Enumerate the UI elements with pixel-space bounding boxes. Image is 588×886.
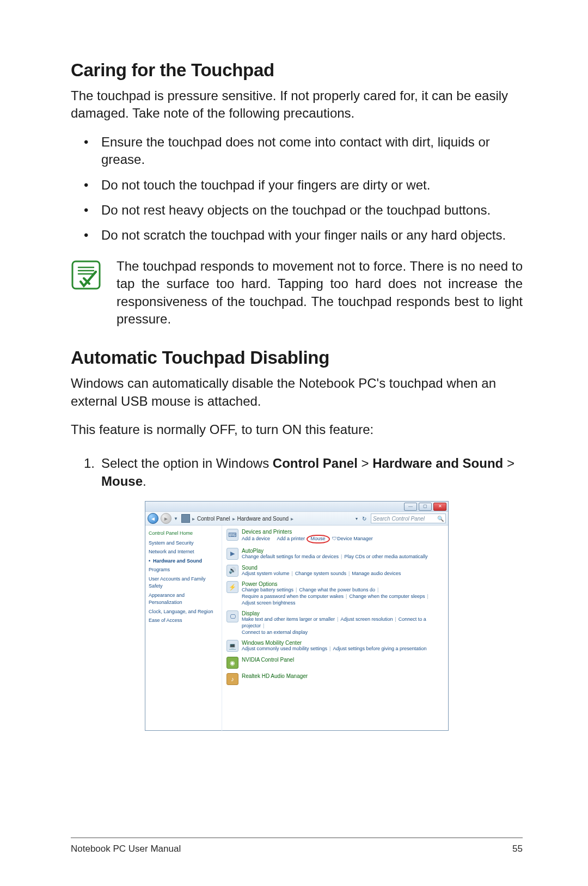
link-mobility-settings[interactable]: Adjust commonly used mobility settings	[242, 646, 327, 651]
sidebar-item-user-accounts[interactable]: User Accounts and Family Safety	[149, 576, 218, 590]
link-device-manager[interactable]: Device Manager	[337, 536, 373, 541]
sidebar-item-ease-of-access[interactable]: Ease of Access	[149, 617, 218, 625]
auto-disable-p2: This feature is normally OFF, to turn ON…	[71, 421, 523, 438]
footer-rule	[71, 838, 523, 838]
link-play-media[interactable]: Play CDs or other media automatically	[344, 554, 427, 559]
power-title[interactable]: Power Options	[242, 581, 444, 587]
shield-icon: 🛡	[332, 536, 337, 541]
note-text: The touchpad responds to movement not to…	[117, 258, 523, 328]
window-maximize-button[interactable]: ▢	[419, 503, 432, 511]
category-display: 🖵 Display Make text and other items larg…	[226, 610, 444, 636]
precautions-list: Ensure the touchpad does not come into c…	[71, 133, 523, 245]
link-adjust-volume[interactable]: Adjust system volume	[242, 571, 290, 576]
nav-back-button[interactable]: ◄	[148, 513, 158, 524]
sidebar-item-hardware-sound[interactable]: Hardware and Sound	[149, 558, 218, 565]
nvidia-title[interactable]: NVIDIA Control Panel	[242, 657, 444, 663]
link-autoplay-defaults[interactable]: Change default settings for media or dev…	[242, 554, 339, 559]
search-icon: 🔍	[437, 516, 444, 522]
link-battery-settings[interactable]: Change battery settings	[242, 587, 293, 592]
control-panel-screenshot: — ▢ ✕ ◄ ► ▼ ▸ Control Panel ▸ Hardware a…	[145, 501, 449, 731]
sidebar-item-programs[interactable]: Programs	[149, 566, 218, 574]
link-sleep-settings[interactable]: Change when the computer sleeps	[349, 594, 425, 599]
crumb-sep: ▸	[192, 516, 195, 522]
sidebar-home[interactable]: Control Panel Home	[149, 530, 218, 537]
category-nvidia: ◉ NVIDIA Control Panel	[226, 657, 444, 669]
precaution-item: Do not touch the touchpad if your finger…	[84, 176, 523, 194]
link-text-size[interactable]: Make text and other items larger or smal…	[242, 616, 335, 622]
refresh-button[interactable]: ↻	[360, 516, 369, 522]
step-control-panel: Control Panel	[273, 456, 358, 471]
sound-icon: 🔊	[226, 565, 238, 577]
category-autoplay: ▶ AutoPlay Change default settings for m…	[226, 548, 444, 560]
mobility-title[interactable]: Windows Mobility Center	[242, 640, 444, 646]
auto-disable-p1: Windows can automatically disable the No…	[71, 375, 523, 410]
link-external-display[interactable]: Connect to an external display	[242, 630, 308, 635]
note-icon	[71, 258, 101, 292]
sound-title[interactable]: Sound	[242, 565, 444, 571]
mobility-icon: 💻	[226, 640, 238, 652]
category-mobility: 💻 Windows Mobility Center Adjust commonl…	[226, 640, 444, 652]
category-devices-printers: ⌨ Devices and Printers Add a device Add …	[226, 529, 444, 543]
breadcrumb-root[interactable]: Control Panel	[197, 516, 230, 522]
precaution-item: Do not scratch the touchpad with your fi…	[84, 227, 523, 244]
address-dropdown[interactable]: ▾	[356, 516, 358, 521]
power-icon: ⚡	[226, 581, 238, 593]
nav-forward-button[interactable]: ►	[161, 513, 171, 524]
step-mouse: Mouse	[101, 474, 143, 488]
sidebar: Control Panel Home System and Security N…	[145, 526, 222, 731]
link-brightness[interactable]: Adjust screen brightness	[242, 600, 296, 606]
search-box[interactable]: Search Control Panel 🔍	[371, 514, 446, 523]
note-block: The touchpad responds to movement not to…	[71, 258, 523, 328]
category-power: ⚡ Power Options Change battery settings|…	[226, 581, 444, 606]
step-number: 1.	[84, 455, 95, 472]
display-icon: 🖵	[226, 610, 238, 622]
link-add-device[interactable]: Add a device	[242, 536, 270, 541]
sidebar-item-network[interactable]: Network and Internet	[149, 548, 218, 556]
main-panel: ⌨ Devices and Printers Add a device Add …	[222, 526, 448, 731]
link-presentation-settings[interactable]: Adjust settings before giving a presenta…	[333, 646, 426, 651]
address-icon	[181, 514, 190, 523]
step-1: 1. Select the option in Windows Control …	[84, 455, 523, 490]
autoplay-icon: ▶	[226, 548, 238, 560]
sidebar-item-clock-language[interactable]: Clock, Language, and Region	[149, 608, 218, 616]
window-close-button[interactable]: ✕	[433, 503, 446, 511]
step-list: 1. Select the option in Windows Control …	[71, 455, 523, 490]
autoplay-title[interactable]: AutoPlay	[242, 548, 444, 554]
step-hw-sound: Hardware and Sound	[372, 456, 503, 471]
window-titlebar: — ▢ ✕	[145, 502, 448, 512]
heading-auto-disable: Automatic Touchpad Disabling	[71, 347, 523, 368]
nvidia-icon: ◉	[226, 657, 238, 669]
document-page: Caring for the Touchpad The touchpad is …	[0, 0, 588, 886]
precaution-item: Ensure the touchpad does not come into c…	[84, 133, 523, 169]
category-realtek: ♪ Realtek HD Audio Manager	[226, 673, 444, 685]
intro-paragraph: The touchpad is pressure sensitive. If n…	[71, 87, 523, 123]
step-gt: >	[358, 456, 372, 471]
step-lead: Select the option in Windows	[101, 456, 273, 471]
mouse-highlight-circle: Mouse	[307, 535, 330, 543]
crumb-sep: ▸	[291, 516, 293, 522]
devices-title[interactable]: Devices and Printers	[242, 529, 444, 535]
devices-icon: ⌨	[226, 529, 238, 541]
link-add-printer[interactable]: Add a printer	[277, 536, 305, 541]
realtek-title[interactable]: Realtek HD Audio Manager	[242, 673, 444, 679]
link-power-buttons[interactable]: Change what the power buttons do	[299, 587, 375, 592]
link-mouse[interactable]: Mouse	[311, 536, 326, 541]
category-sound: 🔊 Sound Adjust system volume|Change syst…	[226, 565, 444, 577]
link-audio-devices[interactable]: Manage audio devices	[352, 571, 401, 576]
footer-left: Notebook PC User Manual	[71, 844, 181, 854]
display-title[interactable]: Display	[242, 610, 444, 616]
breadcrumb-sub[interactable]: Hardware and Sound	[237, 516, 289, 522]
precaution-item: Do not rest heavy objects on the touchpa…	[84, 201, 523, 219]
realtek-icon: ♪	[226, 673, 238, 685]
heading-caring: Caring for the Touchpad	[71, 60, 523, 81]
nav-history-dropdown[interactable]: ▼	[174, 516, 178, 521]
sidebar-item-appearance[interactable]: Appearance and Personalization	[149, 592, 218, 607]
toolbar: ◄ ► ▼ ▸ Control Panel ▸ Hardware and Sou…	[145, 512, 448, 526]
sidebar-item-system-security[interactable]: System and Security	[149, 540, 218, 547]
page-number: 55	[512, 844, 523, 854]
window-minimize-button[interactable]: —	[404, 503, 417, 511]
link-resolution[interactable]: Adjust screen resolution	[340, 616, 393, 622]
link-require-password[interactable]: Require a password when the computer wak…	[242, 594, 344, 599]
link-system-sounds[interactable]: Change system sounds	[295, 571, 346, 576]
step-end: .	[143, 474, 146, 488]
